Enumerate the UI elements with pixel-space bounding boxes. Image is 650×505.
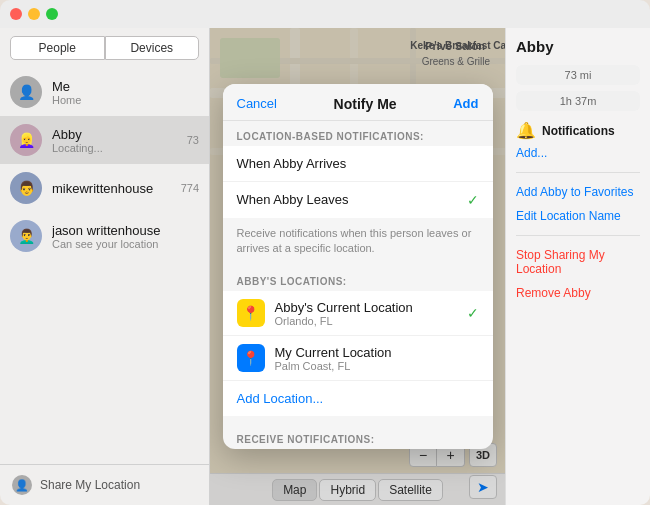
- avatar-mike: 👨: [10, 172, 42, 204]
- location-name-2: My Current Location: [275, 345, 479, 360]
- eta-distance: 73 mi: [516, 65, 640, 85]
- sidebar-item-jason-sub: Can see your location: [52, 238, 199, 250]
- avatar-abby: 👱‍♀️: [10, 124, 42, 156]
- avatar-jason: 👨‍🦱: [10, 220, 42, 252]
- modal-add-button[interactable]: Add: [453, 96, 478, 111]
- sidebar-item-mike-name: mikewrittenhouse: [52, 181, 171, 196]
- share-location-text: Share My Location: [40, 478, 140, 492]
- maximize-button[interactable]: [46, 8, 58, 20]
- add-favorites-button[interactable]: Add Abby to Favorites: [516, 183, 640, 201]
- right-panel-name: Abby: [516, 38, 640, 55]
- sidebar-item-jason-name: jason writtenhouse: [52, 223, 199, 238]
- arrives-option[interactable]: When Abby Arrives: [223, 146, 493, 182]
- right-panel: Abby 73 mi 1h 37m 🔔 Notifications Add...…: [505, 28, 650, 505]
- location-city-1: Orlando, FL: [275, 315, 457, 327]
- sidebar-item-mike[interactable]: 👨 mikewrittenhouse 774: [0, 164, 209, 212]
- stop-sharing-button[interactable]: Stop Sharing My Location: [516, 246, 640, 278]
- sidebar-item-me[interactable]: 👤 Me Home: [0, 68, 209, 116]
- sidebar-item-mike-dist: 774: [181, 182, 199, 194]
- share-location-icon: 👤: [12, 475, 32, 495]
- modal-header: Cancel Notify Me Add: [223, 84, 493, 121]
- sidebar-item-me-sub: Home: [52, 94, 199, 106]
- tab-people[interactable]: People: [10, 36, 105, 60]
- modal-cancel-button[interactable]: Cancel: [237, 96, 277, 111]
- abbys-locations-label: ABBY'S LOCATIONS:: [223, 266, 493, 291]
- titlebar: [0, 0, 650, 28]
- modal-overlay: Cancel Notify Me Add LOCATION-BASED NOTI…: [210, 28, 505, 505]
- notifications-label: Notifications: [542, 124, 615, 138]
- sidebar-item-jason[interactable]: 👨‍🦱 jason writtenhouse Can see your loca…: [0, 212, 209, 260]
- sidebar-item-abby-name: Abby: [52, 127, 177, 142]
- location-icon-2: 📍: [237, 344, 265, 372]
- edit-location-button[interactable]: Edit Location Name: [516, 207, 640, 225]
- add-notification-button[interactable]: Add...: [516, 144, 640, 162]
- main-window: People Devices 👤 Me Home 👱‍♀️ Abby Locat…: [0, 0, 650, 505]
- location-info-1: Abby's Current Location Orlando, FL: [275, 300, 457, 327]
- divider-2: [516, 235, 640, 236]
- location-name-1: Abby's Current Location: [275, 300, 457, 315]
- location-notifications-label: LOCATION-BASED NOTIFICATIONS:: [223, 121, 493, 146]
- receive-notifications-label: RECEIVE NOTIFICATIONS:: [223, 424, 493, 449]
- add-location-button[interactable]: Add Location...: [237, 389, 324, 408]
- tab-bar: People Devices: [0, 28, 209, 68]
- close-button[interactable]: [10, 8, 22, 20]
- location-row-2[interactable]: 📍 My Current Location Palm Coast, FL: [223, 336, 493, 381]
- notification-note: Receive notifications when this person l…: [223, 226, 493, 267]
- sidebar-item-abby-info: Abby Locating...: [52, 127, 177, 154]
- leaves-label: When Abby Leaves: [237, 192, 459, 207]
- eta-time: 1h 37m: [516, 91, 640, 111]
- leaves-checkmark: ✓: [467, 192, 479, 208]
- sidebar-item-abby[interactable]: 👱‍♀️ Abby Locating... 73: [0, 116, 209, 164]
- notification-options-group: When Abby Arrives When Abby Leaves ✓: [223, 146, 493, 218]
- notifications-section: 🔔 Notifications Add...: [516, 121, 640, 162]
- main-content: People Devices 👤 Me Home 👱‍♀️ Abby Locat…: [0, 28, 650, 505]
- locations-group: 📍 Abby's Current Location Orlando, FL ✓ …: [223, 291, 493, 416]
- sidebar-item-mike-info: mikewrittenhouse: [52, 181, 171, 196]
- add-location-row[interactable]: Add Location...: [223, 381, 493, 416]
- notifications-icon: 🔔: [516, 121, 536, 140]
- sidebar-item-me-info: Me Home: [52, 79, 199, 106]
- map-area: Privé Salon Greens & Grille Keke's Break…: [210, 28, 505, 505]
- tab-devices[interactable]: Devices: [105, 36, 200, 60]
- sidebar-item-abby-sub: Locating...: [52, 142, 177, 154]
- location1-checkmark: ✓: [467, 305, 479, 321]
- sidebar-item-abby-dist: 73: [187, 134, 199, 146]
- sidebar-item-me-name: Me: [52, 79, 199, 94]
- location-info-2: My Current Location Palm Coast, FL: [275, 345, 479, 372]
- notifications-header: 🔔 Notifications: [516, 121, 640, 140]
- modal-title: Notify Me: [334, 96, 397, 112]
- share-location[interactable]: 👤 Share My Location: [0, 464, 209, 505]
- minimize-button[interactable]: [28, 8, 40, 20]
- sidebar-item-jason-info: jason writtenhouse Can see your location: [52, 223, 199, 250]
- remove-abby-button[interactable]: Remove Abby: [516, 284, 640, 302]
- location-row-1[interactable]: 📍 Abby's Current Location Orlando, FL ✓: [223, 291, 493, 336]
- notify-me-modal: Cancel Notify Me Add LOCATION-BASED NOTI…: [223, 84, 493, 450]
- location-city-2: Palm Coast, FL: [275, 360, 479, 372]
- location-icon-1: 📍: [237, 299, 265, 327]
- avatar-me: 👤: [10, 76, 42, 108]
- arrives-label: When Abby Arrives: [237, 156, 479, 171]
- sidebar: People Devices 👤 Me Home 👱‍♀️ Abby Locat…: [0, 28, 210, 505]
- divider-1: [516, 172, 640, 173]
- leaves-option[interactable]: When Abby Leaves ✓: [223, 182, 493, 218]
